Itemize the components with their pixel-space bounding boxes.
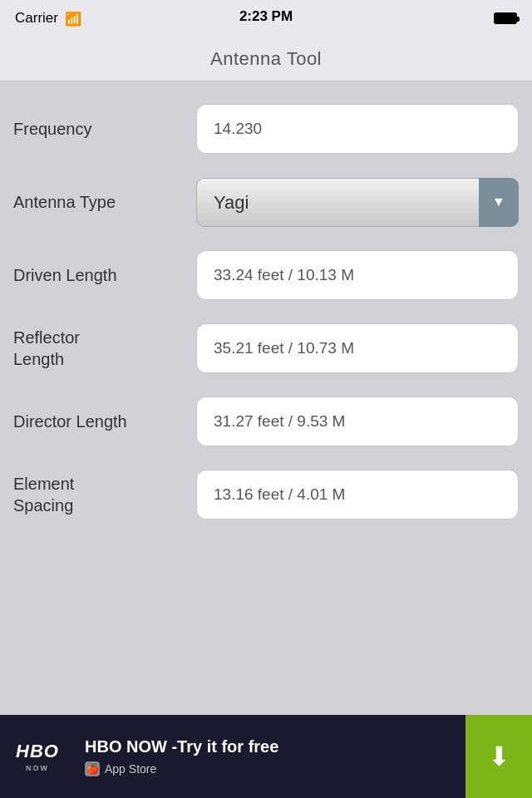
director-length-label: Director Length [13,412,196,431]
element-spacing-value: 13.16 feet / 4.01 M [196,470,519,520]
ad-download-button[interactable]: ⬇ [466,715,532,798]
status-time: 2:23 PM [239,8,293,25]
director-length-row: Director Length 31.27 feet / 9.53 M [13,389,519,454]
reflector-length-value: 35.21 feet / 10.73 M [196,323,519,373]
status-bar: Carrier 📶 2:23 PM [0,0,532,37]
driven-length-row: Driven Length 33.24 feet / 10.13 M [13,243,519,308]
appstore-text: App Store [105,762,156,776]
ad-appstore: 🍎 App Store [85,761,456,776]
driven-length-label: Driven Length [13,266,196,285]
element-spacing-row: ElementSpacing 13.16 feet / 4.01 M [13,462,519,527]
nav-bar: Antenna Tool [0,37,532,81]
hbo-now-label: NOW [16,764,59,772]
reflector-length-row: ReflectorLength 35.21 feet / 10.73 M [13,316,519,381]
ad-content: HBO NOW -Try it for free 🍎 App Store [75,737,466,776]
director-length-value: 31.27 feet / 9.53 M [196,397,519,446]
antenna-type-row: Antenna Type Yagi Dipole Vertical Quad [13,170,519,234]
download-icon: ⬇ [488,743,510,770]
hbo-brand-text: HBO [16,741,59,762]
carrier-label: Carrier [15,10,58,27]
battery-icon [494,12,517,24]
appstore-icon: 🍎 [85,761,100,776]
status-right [494,12,517,24]
element-spacing-label: ElementSpacing [13,473,196,516]
hbo-logo: HBO NOW [0,715,75,798]
main-content: Frequency Antenna Type Yagi Dipole Verti… [0,81,532,542]
frequency-row: Frequency [13,96,519,161]
antenna-type-dropdown-wrapper: Yagi Dipole Vertical Quad [196,178,519,227]
frequency-label: Frequency [13,120,196,139]
status-left: Carrier 📶 [15,10,81,27]
ad-banner[interactable]: HBO NOW HBO NOW -Try it for free 🍎 App S… [0,715,532,798]
antenna-type-label: Antenna Type [13,193,196,212]
antenna-type-select[interactable]: Yagi Dipole Vertical Quad [196,178,519,227]
ad-main-text: HBO NOW -Try it for free [85,737,456,756]
page-title: Antenna Tool [210,48,322,70]
wifi-icon: 📶 [65,11,81,27]
frequency-input[interactable] [196,104,519,154]
driven-length-value: 33.24 feet / 10.13 M [196,250,519,300]
reflector-length-label: ReflectorLength [13,327,196,370]
